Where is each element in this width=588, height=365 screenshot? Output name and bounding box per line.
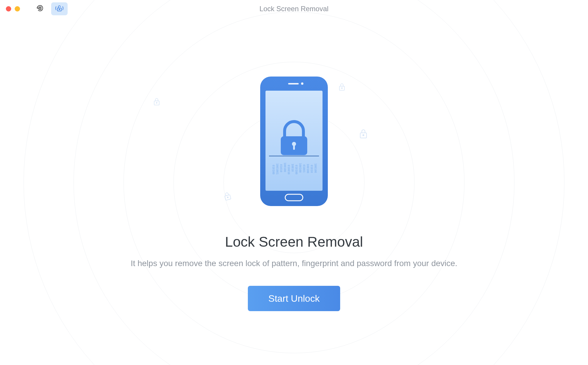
main-content: 010100 1001001 01010 100100 010010 10010…: [0, 18, 588, 365]
history-icon: [36, 4, 44, 14]
minimize-button[interactable]: [15, 6, 20, 11]
svg-point-15: [301, 82, 303, 85]
svg-text:100100: 100100: [306, 164, 309, 173]
toolbar: [32, 2, 68, 15]
phone-illustration: 010100 1001001 01010 100100 010010 10010…: [260, 77, 328, 207]
svg-rect-20: [293, 145, 295, 150]
window-controls: [6, 6, 20, 11]
unlock-mode-button[interactable]: [51, 2, 68, 15]
svg-text:01010: 01010: [280, 164, 283, 172]
svg-text:01010: 01010: [310, 165, 313, 173]
svg-text:010010: 010010: [287, 165, 290, 175]
svg-text:01001: 01001: [303, 165, 305, 172]
unlock-mode-icon: [55, 4, 64, 14]
close-button[interactable]: [6, 6, 11, 11]
svg-text:010100: 010100: [295, 165, 298, 175]
window-title: Lock Screen Removal: [260, 5, 329, 13]
svg-point-12: [59, 9, 60, 10]
svg-text:100100: 100100: [314, 163, 317, 173]
start-unlock-button[interactable]: Start Unlock: [248, 286, 340, 311]
svg-text:100100: 100100: [283, 162, 286, 172]
history-button[interactable]: [32, 2, 48, 15]
titlebar: Lock Screen Removal: [0, 0, 588, 18]
svg-text:1001001: 1001001: [276, 163, 279, 175]
page-title: Lock Screen Removal: [225, 234, 363, 250]
svg-text:10010: 10010: [291, 164, 294, 172]
svg-rect-14: [288, 83, 299, 84]
svg-text:100100: 100100: [299, 163, 302, 173]
svg-text:010100: 010100: [272, 165, 275, 175]
page-subtitle: It helps you remove the screen lock of p…: [131, 259, 457, 268]
